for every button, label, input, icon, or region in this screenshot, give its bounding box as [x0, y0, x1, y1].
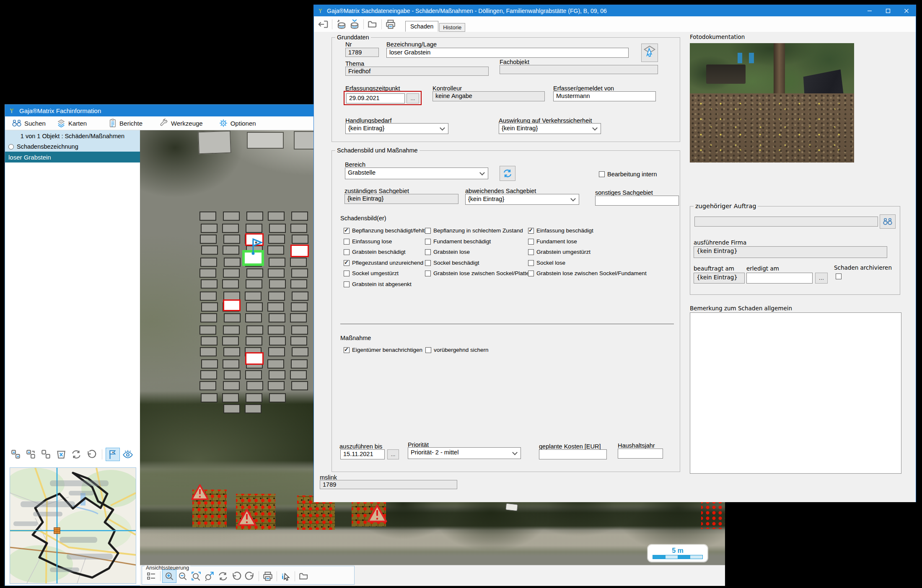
grave-plot[interactable]: [222, 279, 239, 289]
grave-plot[interactable]: [292, 235, 308, 244]
massnahme-checkbox[interactable]: vorübergehnd sichern: [425, 347, 489, 353]
redo-button[interactable]: [243, 570, 256, 583]
grave-plot[interactable]: [268, 268, 285, 278]
close-button[interactable]: [897, 5, 916, 16]
damaged-grave-marker[interactable]: [290, 245, 309, 257]
checkbox-icon[interactable]: [528, 271, 534, 276]
menu-werkzeuge[interactable]: Werkzeuge: [156, 117, 206, 129]
warning-triangle-icon[interactable]: [367, 504, 388, 523]
grave-plot[interactable]: [200, 291, 217, 301]
selected-flag-marker[interactable]: [248, 234, 264, 255]
grave-plot[interactable]: [269, 224, 286, 233]
grave-plot[interactable]: [291, 325, 308, 335]
haushaltsjahr-field[interactable]: [618, 449, 663, 459]
refresh-selection-button[interactable]: [70, 448, 83, 461]
abweichend-select[interactable]: {kein Eintrag}: [465, 194, 579, 205]
folder-button[interactable]: [297, 570, 311, 583]
grave-plot[interactable]: [246, 336, 262, 346]
kosten-field[interactable]: [539, 449, 607, 459]
grave-plot[interactable]: [224, 313, 241, 322]
auswirkung-select[interactable]: {kein Eintrag}: [499, 123, 601, 134]
zoom-extent-button[interactable]: [203, 570, 216, 583]
grave-plot[interactable]: [246, 224, 262, 233]
schadensbild-checkbox[interactable]: Grabstein ist abgesenkt: [344, 281, 412, 287]
menu-karten[interactable]: Karten: [53, 118, 90, 129]
schadensbild-checkbox[interactable]: Einfassung lose: [344, 238, 392, 245]
maximize-button[interactable]: [879, 5, 897, 16]
schadensbild-checkbox[interactable]: Sockel umgestürzt: [344, 270, 399, 276]
checkbox-icon[interactable]: [344, 260, 350, 266]
flag-tool-button[interactable]: [106, 448, 119, 461]
grave-plot[interactable]: [290, 336, 307, 346]
schadensbild-checkbox[interactable]: Fundament lose: [528, 238, 577, 245]
grave-plot[interactable]: [290, 313, 307, 322]
grave-plot[interactable]: [222, 224, 239, 233]
auszufuehren-date-picker-button[interactable]: ...: [387, 449, 399, 459]
grave-plot[interactable]: [246, 279, 262, 289]
info-cursor-button[interactable]: [279, 570, 293, 583]
grave-plot[interactable]: [268, 211, 285, 221]
checkbox-icon[interactable]: [344, 281, 350, 287]
grave-plot[interactable]: [199, 211, 216, 221]
grave-plot[interactable]: [199, 381, 216, 390]
handlungsbedarf-select[interactable]: {kein Eintrag}: [345, 123, 448, 134]
damaged-grave-marker[interactable]: [223, 299, 241, 311]
grave-plot[interactable]: [222, 336, 239, 346]
grave-plot[interactable]: [290, 224, 307, 233]
grave-plot[interactable]: [245, 313, 262, 322]
grave-plot[interactable]: [246, 302, 263, 312]
erfassung-date-picker-button[interactable]: ...: [407, 93, 419, 103]
prioritaet-select[interactable]: Priorität- 2 - mittel: [408, 447, 521, 459]
bemerkung-textarea[interactable]: [690, 312, 901, 474]
grave-plot[interactable]: [291, 359, 308, 369]
undo-button[interactable]: [230, 570, 243, 583]
schadensbild-checkbox[interactable]: Grabstein lose zwischen Sockel/Platte: [425, 270, 529, 276]
grave-plot[interactable]: [290, 279, 307, 289]
warning-triangle-icon[interactable]: [237, 508, 257, 526]
erledigt-field[interactable]: [746, 273, 813, 284]
grave-plot[interactable]: [199, 268, 216, 278]
schadensbild-checkbox[interactable]: Einfassung beschädigt: [528, 227, 593, 234]
grave-plot[interactable]: [201, 336, 218, 346]
auftrag-search-button[interactable]: [880, 214, 896, 229]
select-add-button[interactable]: [24, 448, 38, 461]
schadensbild-checkbox[interactable]: Grabstein umgestürzt: [528, 249, 590, 255]
schadensbild-checkbox[interactable]: Pflegezustand unzureichend: [344, 260, 423, 266]
damaged-grave-marker[interactable]: [245, 352, 264, 365]
grave-plot[interactable]: [223, 268, 240, 278]
zoom-out-button[interactable]: [176, 570, 189, 583]
schadensbild-checkbox[interactable]: Bepflanzung in schlechtem Zustand: [425, 227, 523, 234]
grave-plot[interactable]: [200, 258, 217, 267]
grave-plot[interactable]: [200, 313, 217, 322]
grave-plot[interactable]: [223, 325, 240, 335]
grave-plot[interactable]: [201, 245, 218, 255]
schadensbild-checkbox[interactable]: Grabstein lose zwischen Sockel/Fundament: [528, 270, 647, 276]
open-folder-button[interactable]: [366, 18, 379, 31]
commit-db-button[interactable]: [348, 18, 361, 31]
grave-plot[interactable]: [290, 370, 307, 379]
grave-plot[interactable]: [291, 211, 308, 221]
dialog-titlebar[interactable]: Gaja®Matrix Sachdateneingabe - Schäden/M…: [314, 5, 916, 16]
grave-plot[interactable]: [200, 347, 217, 356]
grave-plot[interactable]: [223, 347, 240, 356]
grave-plot[interactable]: [246, 211, 263, 221]
damage-photo[interactable]: [690, 43, 854, 162]
damage-cluster[interactable]: [701, 501, 725, 529]
grave-plot[interactable]: [224, 258, 241, 267]
grave-plot[interactable]: [201, 224, 218, 233]
close-form-button[interactable]: [316, 18, 330, 31]
menu-berichte[interactable]: Berichte: [105, 117, 146, 129]
grave-plot[interactable]: [269, 258, 285, 267]
grave-plot[interactable]: [268, 347, 285, 356]
warning-triangle-icon[interactable]: [191, 484, 209, 500]
grave-plot[interactable]: [223, 211, 240, 221]
grave-plot[interactable]: [291, 268, 308, 278]
grave-plot[interactable]: [292, 347, 308, 356]
schadensbild-checkbox[interactable]: Sockel lose: [528, 260, 565, 266]
checkbox-icon[interactable]: [344, 249, 350, 255]
minimize-button[interactable]: [860, 5, 879, 16]
archiv-checkbox[interactable]: [836, 273, 842, 279]
sonstiges-field[interactable]: [595, 196, 679, 206]
grave-plot[interactable]: [246, 325, 263, 335]
grave-plot[interactable]: [269, 313, 285, 322]
